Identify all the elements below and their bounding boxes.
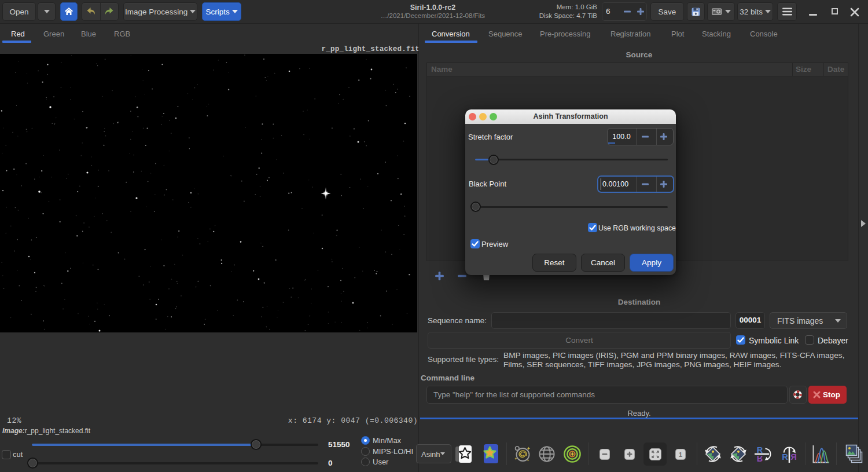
svg-text:R: R	[782, 452, 788, 462]
svg-text:R: R	[757, 454, 763, 463]
svg-text:1: 1	[679, 451, 683, 458]
svg-text:R: R	[757, 445, 763, 455]
svg-text:R: R	[790, 452, 797, 462]
